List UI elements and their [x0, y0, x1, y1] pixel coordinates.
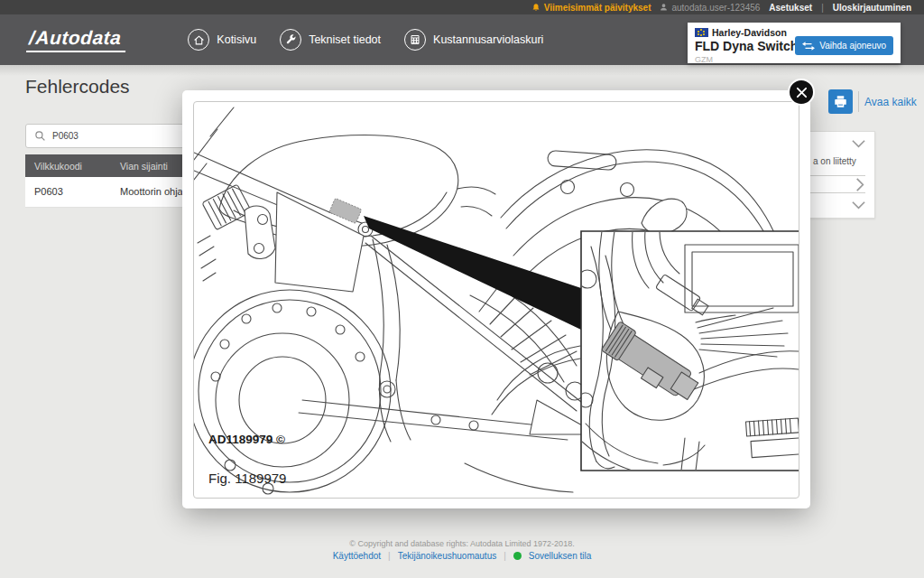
- callout-beam: [364, 216, 581, 330]
- page-title: Fehlercodes: [25, 76, 130, 98]
- vehicle-card: Harley-Davidson FLD Dyna Switchback 1690…: [688, 23, 901, 63]
- close-icon: [796, 87, 808, 98]
- wrench-icon: [280, 29, 301, 51]
- footer-separator: |: [388, 551, 391, 561]
- cell-code: P0603: [25, 177, 111, 207]
- chevron-down-icon[interactable]: [852, 200, 865, 210]
- column-header-code: Vilkkukoodi: [25, 154, 111, 177]
- terms-link[interactable]: Käyttöehdot: [333, 551, 381, 561]
- footer-links: Käyttöehdot | Tekijänoikeushuomautus | S…: [0, 551, 924, 561]
- vehicle-make: Harley-Davidson: [712, 27, 787, 38]
- open-all-link[interactable]: Avaa kaikk: [864, 96, 917, 108]
- vehicle-code: GZM: [695, 55, 893, 64]
- chevron-down-icon[interactable]: [852, 139, 865, 149]
- figure-modal: AD1189979 © Fig. 1189979: [182, 90, 810, 508]
- figure-id: AD1189979 ©: [208, 433, 285, 446]
- chevron-right-icon[interactable]: [855, 178, 865, 191]
- search-icon: [34, 130, 46, 142]
- latest-updates-link[interactable]: Viimeisimmät päivitykset: [531, 3, 651, 13]
- topbar-separator: |: [821, 3, 824, 13]
- calculator-icon: [404, 29, 426, 51]
- header-shadow: [0, 65, 924, 76]
- bell-icon: [531, 3, 541, 13]
- user-icon: [660, 3, 668, 12]
- modal-close-button[interactable]: [788, 79, 815, 106]
- printer-icon: [834, 95, 847, 108]
- copyright-notice-link[interactable]: Tekijänoikeushuomautus: [398, 551, 497, 561]
- detail-inset: [578, 231, 799, 476]
- print-button[interactable]: [828, 89, 853, 114]
- top-utility-bar: Viimeisimmät päivitykset autodata.user-1…: [0, 0, 924, 14]
- status-green-dot: [513, 552, 522, 560]
- settings-link[interactable]: Asetukset: [769, 3, 812, 13]
- swap-arrows-icon: [802, 42, 815, 51]
- figure-frame: AD1189979 © Fig. 1189979: [193, 101, 799, 499]
- nav-item-estimate-calculator[interactable]: Kustannusarviolaskuri: [404, 29, 543, 51]
- figure-caption: Fig. 1189979: [208, 471, 286, 486]
- copyright-text: © Copyright and database rights: Autodat…: [0, 539, 924, 548]
- app-status-link[interactable]: Sovelluksen tila: [529, 551, 591, 561]
- home-icon: [188, 29, 209, 51]
- logout-link[interactable]: Uloskirjautuminen: [833, 3, 911, 13]
- user-account[interactable]: autodata.user-123456: [660, 3, 760, 13]
- autodata-logo[interactable]: /Autodata: [26, 27, 127, 52]
- nav-item-home[interactable]: Kotisivu: [188, 29, 256, 51]
- eu-flag-icon: [695, 28, 708, 37]
- footer-separator: |: [504, 551, 506, 561]
- change-vehicle-button[interactable]: Vaihda ajoneuvo: [795, 36, 893, 55]
- nav-item-technical-data[interactable]: Tekniset tiedot: [280, 29, 381, 51]
- toolbar-divider: [858, 91, 859, 112]
- accordion-text-fragment: a on liitetty: [813, 156, 856, 166]
